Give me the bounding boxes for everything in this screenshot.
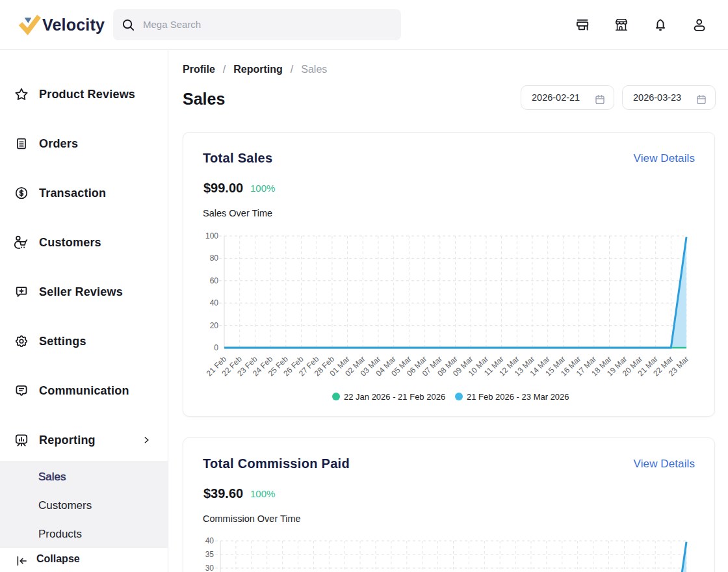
svg-text:35: 35 bbox=[205, 550, 214, 559]
svg-text:40: 40 bbox=[210, 298, 219, 307]
svg-text:20: 20 bbox=[210, 321, 219, 330]
svg-text:60: 60 bbox=[210, 276, 219, 285]
svg-text:80: 80 bbox=[210, 254, 219, 263]
svg-text:30: 30 bbox=[205, 564, 214, 572]
svg-text:100: 100 bbox=[205, 231, 218, 240]
svg-text:0: 0 bbox=[214, 343, 218, 352]
svg-text:21 Feb 2026 - 23 Mar 2026: 21 Feb 2026 - 23 Mar 2026 bbox=[467, 392, 569, 402]
svg-text:40: 40 bbox=[205, 536, 214, 545]
svg-text:22 Jan 2026 - 21 Feb 2026: 22 Jan 2026 - 21 Feb 2026 bbox=[344, 392, 445, 402]
